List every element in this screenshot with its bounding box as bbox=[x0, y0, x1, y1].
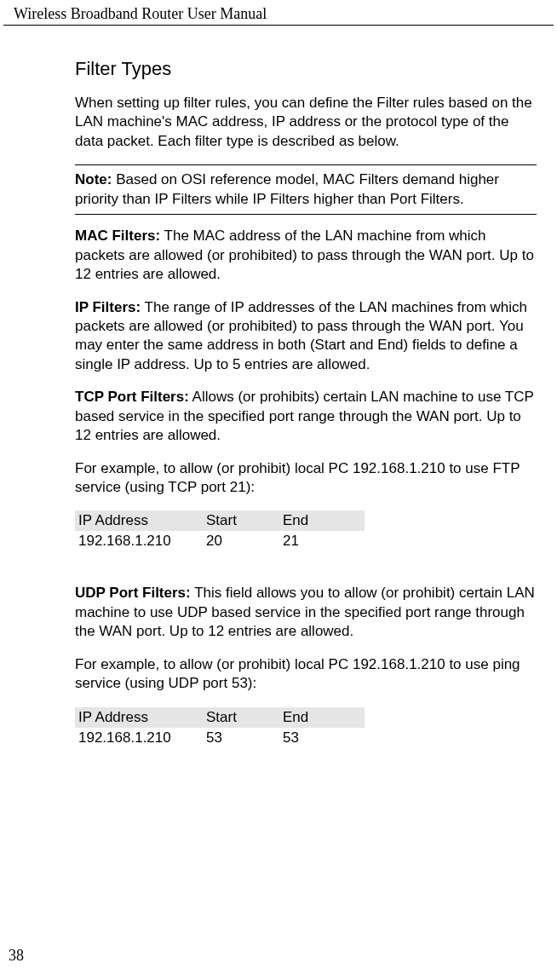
ip-filters-label: IP Filters: bbox=[75, 299, 141, 315]
cell-ip: 192.168.1.210 bbox=[75, 531, 203, 551]
note-box: Note: Based on OSI reference model, MAC … bbox=[75, 164, 537, 215]
mac-filters-paragraph: MAC Filters: The MAC address of the LAN … bbox=[75, 227, 537, 284]
ip-filters-text: The range of IP addresses of the LAN mac… bbox=[75, 299, 527, 372]
udp-filters-paragraph: UDP Port Filters: This field allows you … bbox=[75, 584, 537, 641]
tcp-filters-label: TCP Port Filters: bbox=[75, 389, 189, 405]
cell-end: 53 bbox=[279, 728, 365, 748]
ip-filters-paragraph: IP Filters: The range of IP addresses of… bbox=[75, 298, 537, 375]
intro-paragraph: When setting up filter rules, you can de… bbox=[75, 94, 537, 151]
cell-start: 53 bbox=[203, 728, 279, 748]
mac-filters-label: MAC Filters: bbox=[75, 228, 160, 244]
table-row: 192.168.1.210 53 53 bbox=[75, 728, 365, 748]
note-label: Note: bbox=[75, 171, 112, 187]
header-end: End bbox=[279, 510, 365, 531]
table-header-row: IP Address Start End bbox=[75, 510, 365, 531]
note-text: Based on OSI reference model, MAC Filter… bbox=[75, 171, 499, 206]
running-head: Wireless Broadband Router User Manual bbox=[3, 5, 554, 26]
table-row: 192.168.1.210 20 21 bbox=[75, 531, 365, 551]
tcp-example-intro: For example, to allow (or prohibit) loca… bbox=[75, 459, 537, 498]
content-area: Filter Types When setting up filter rule… bbox=[75, 58, 537, 748]
udp-filters-label: UDP Port Filters: bbox=[75, 585, 191, 601]
udp-example-table: IP Address Start End 192.168.1.210 53 53 bbox=[75, 707, 365, 748]
page-number: 38 bbox=[9, 947, 24, 965]
header-ip: IP Address bbox=[75, 707, 203, 728]
table-header-row: IP Address Start End bbox=[75, 707, 365, 728]
cell-ip: 192.168.1.210 bbox=[75, 728, 203, 748]
page: Wireless Broadband Router User Manual Fi… bbox=[0, 0, 557, 980]
tcp-example-table: IP Address Start End 192.168.1.210 20 21 bbox=[75, 510, 365, 551]
section-title: Filter Types bbox=[75, 58, 537, 80]
cell-end: 21 bbox=[279, 531, 365, 551]
udp-example-intro: For example, to allow (or prohibit) loca… bbox=[75, 655, 537, 694]
header-start: Start bbox=[203, 707, 279, 728]
tcp-filters-paragraph: TCP Port Filters: Allows (or prohibits) … bbox=[75, 388, 537, 445]
cell-start: 20 bbox=[203, 531, 279, 551]
header-start: Start bbox=[203, 510, 279, 531]
header-end: End bbox=[279, 707, 365, 728]
header-ip: IP Address bbox=[75, 510, 203, 531]
